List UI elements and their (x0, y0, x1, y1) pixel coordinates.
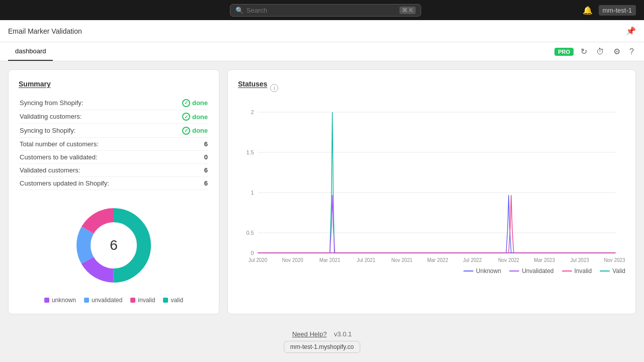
help-link[interactable]: Need Help? (292, 330, 327, 338)
settings-button[interactable]: ⚙ (611, 45, 622, 58)
svg-text:0.5: 0.5 (247, 230, 254, 236)
chart-legend-label-unknown: Unknown (476, 267, 501, 275)
chart-legend-label-valid: Valid (612, 267, 625, 275)
user-label: mm-test-1 (599, 5, 636, 16)
row-value: ✓ done (165, 110, 209, 124)
svg-text:2: 2 (251, 109, 254, 115)
done-icon: ✓ (182, 127, 190, 135)
store-badge: mm-test-1.myshopify.co (284, 341, 360, 353)
svg-text:Mar 2021: Mar 2021 (319, 257, 341, 263)
row-value: ✓ done (165, 96, 209, 110)
legend-dot-unvalidated (84, 298, 89, 303)
done-icon: ✓ (182, 113, 190, 121)
row-value: 6 (165, 137, 209, 150)
chart-area: 2 1.5 1 0.5 0 Jul 2020 Nov 2020 Mar 2021… (238, 102, 625, 293)
chart-legend-line-unknown (463, 270, 473, 272)
statuses-title: Statuses (238, 80, 267, 88)
svg-text:0: 0 (251, 250, 254, 256)
table-row: Customers to be validated: 0 (19, 150, 209, 163)
legend-label-valid: valid (171, 297, 183, 304)
row-label: Validating customers: (19, 110, 165, 124)
row-label: Validated customers: (19, 163, 165, 176)
row-label: Customers to be validated: (19, 150, 165, 163)
table-row: Validating customers: ✓ done (19, 110, 209, 124)
pin-icon[interactable]: 📌 (626, 26, 636, 36)
svg-text:Jul 2020: Jul 2020 (249, 257, 268, 263)
summary-card: Summary Syncing from Shopify: ✓ done V (8, 69, 219, 314)
row-value: ✓ done (165, 124, 209, 138)
table-row: Validated customers: 6 (19, 163, 209, 176)
legend-dot-invalid (130, 298, 135, 303)
legend-item-valid: valid (163, 297, 183, 304)
row-label: Syncing from Shopify: (19, 96, 165, 110)
row-value: 0 (165, 150, 209, 163)
footer: Need Help? v3.0.1 mm-test-1.myshopify.co (0, 322, 644, 361)
main-content: Summary Syncing from Shopify: ✓ done V (0, 61, 644, 322)
pro-badge: PRO (554, 48, 574, 56)
page-header: Email Marker Validation 📌 (0, 20, 644, 42)
legend-dot-unknown (44, 298, 49, 303)
chart-legend-label-unvalidated: Unvalidated (522, 267, 553, 275)
statuses-card: Statuses i 2 1.5 1 0.5 0 (227, 69, 636, 314)
summary-title: Summary (19, 80, 209, 88)
svg-text:Mar 2023: Mar 2023 (534, 257, 555, 263)
donut-legend: unknown unvalidated invalid valid (44, 297, 183, 304)
search-icon: 🔍 (235, 7, 244, 14)
chart-legend-invalid: Invalid (562, 267, 592, 275)
table-row: Syncing from Shopify: ✓ done (19, 96, 209, 110)
chart-legend-valid: Valid (600, 267, 625, 275)
svg-text:1.5: 1.5 (247, 149, 254, 155)
chart-legend-line-unvalidated (509, 270, 519, 272)
help-button[interactable]: ? (627, 45, 636, 58)
svg-text:Jul 2023: Jul 2023 (571, 257, 590, 263)
svg-text:Jul 2021: Jul 2021 (357, 257, 376, 263)
legend-item-unvalidated: unvalidated (84, 297, 122, 304)
svg-text:Jul 2022: Jul 2022 (463, 257, 482, 263)
search-input[interactable] (247, 7, 397, 14)
legend-label-invalid: invalid (138, 297, 155, 304)
svg-text:Nov 2022: Nov 2022 (498, 257, 520, 263)
row-value: 6 (165, 163, 209, 176)
notification-icon[interactable]: 🔔 (583, 6, 593, 15)
history-button[interactable]: ⏱ (594, 45, 606, 58)
top-navigation: 🔍 ⌘ K 🔔 mm-test-1 (0, 0, 644, 20)
search-bar[interactable]: 🔍 ⌘ K (230, 4, 421, 17)
table-row: Syncing to Shopify: ✓ done (19, 124, 209, 138)
panels-row: Summary Syncing from Shopify: ✓ done V (8, 69, 636, 314)
svg-text:1: 1 (251, 190, 254, 196)
nav-right: 🔔 mm-test-1 (583, 5, 636, 16)
legend-item-invalid: invalid (130, 297, 155, 304)
chart-legend-label-invalid: Invalid (575, 267, 592, 275)
row-label: Total number of customers: (19, 137, 165, 150)
svg-text:Nov 2023: Nov 2023 (604, 257, 625, 263)
table-row: Customers updated in Shopify: 6 (19, 176, 209, 190)
legend-item-unknown: unknown (44, 297, 76, 304)
chart-legend-unvalidated: Unvalidated (509, 267, 553, 275)
tab-dashboard[interactable]: dashboard (8, 42, 53, 61)
tabs-right: PRO ↻ ⏱ ⚙ ? (554, 45, 636, 58)
chart-legend-line-invalid (562, 270, 572, 272)
svg-text:Mar 2022: Mar 2022 (427, 257, 448, 263)
chart-legend-unknown: Unknown (463, 267, 501, 275)
chart-legend-line-valid (600, 270, 610, 272)
page-title: Email Marker Validation (8, 27, 82, 35)
statuses-chart: 2 1.5 1 0.5 0 Jul 2020 Nov 2020 Mar 2021… (238, 102, 625, 263)
legend-dot-valid (163, 298, 168, 303)
donut-chart: 6 (68, 200, 159, 291)
done-icon: ✓ (182, 99, 190, 107)
tabs-bar: dashboard PRO ↻ ⏱ ⚙ ? (0, 42, 644, 61)
row-label: Customers updated in Shopify: (19, 176, 165, 190)
donut-chart-container: 6 unknown unvalidated invalid (19, 200, 209, 304)
svg-text:Nov 2021: Nov 2021 (391, 257, 413, 263)
statuses-header: Statuses i (238, 80, 625, 96)
summary-table: Syncing from Shopify: ✓ done Validating … (19, 96, 209, 190)
legend-label-unvalidated: unvalidated (92, 297, 122, 304)
donut-center-value: 6 (110, 237, 118, 253)
info-icon[interactable]: i (270, 84, 278, 92)
search-shortcut: ⌘ K (399, 7, 415, 14)
refresh-button[interactable]: ↻ (579, 45, 589, 58)
version-label: v3.0.1 (334, 330, 352, 338)
legend-label-unknown: unknown (52, 297, 76, 304)
row-label: Syncing to Shopify: (19, 124, 165, 138)
svg-text:Nov 2020: Nov 2020 (282, 257, 303, 263)
